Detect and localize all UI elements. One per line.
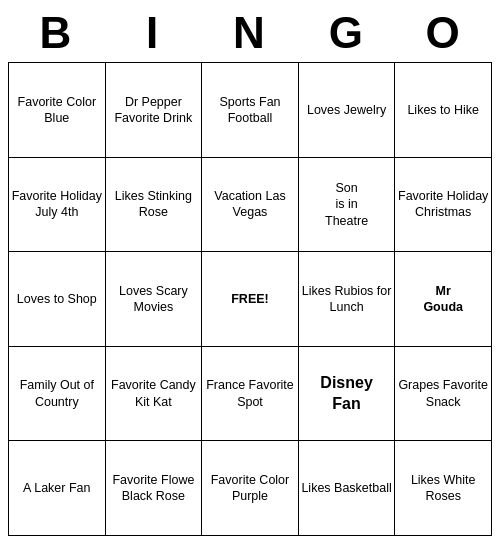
cell-r2-c2: FREE! bbox=[202, 252, 299, 347]
cell-r1-c1: Likes Stinking Rose bbox=[105, 157, 202, 252]
cell-r1-c2: Vacation Las Vegas bbox=[202, 157, 299, 252]
cell-r3-c3: DisneyFan bbox=[298, 346, 395, 441]
cell-r1-c0: Favorite Holiday July 4th bbox=[9, 157, 106, 252]
cell-r2-c1: Loves Scary Movies bbox=[105, 252, 202, 347]
cell-r3-c2: France Favorite Spot bbox=[202, 346, 299, 441]
cell-r0-c2: Sports Fan Football bbox=[202, 63, 299, 158]
cell-r4-c2: Favorite Color Purple bbox=[202, 441, 299, 536]
bingo-grid: Favorite Color BlueDr Pepper Favorite Dr… bbox=[8, 62, 492, 536]
cell-r0-c1: Dr Pepper Favorite Drink bbox=[105, 63, 202, 158]
header-g: G bbox=[302, 8, 392, 58]
cell-r4-c4: Likes White Roses bbox=[395, 441, 492, 536]
header-n: N bbox=[205, 8, 295, 58]
cell-r4-c0: A Laker Fan bbox=[9, 441, 106, 536]
cell-r0-c3: Loves Jewelry bbox=[298, 63, 395, 158]
cell-r2-c0: Loves to Shop bbox=[9, 252, 106, 347]
cell-r2-c3: Likes Rubios for Lunch bbox=[298, 252, 395, 347]
cell-r3-c4: Grapes Favorite Snack bbox=[395, 346, 492, 441]
cell-r4-c3: Likes Basketball bbox=[298, 441, 395, 536]
bingo-header: B I N G O bbox=[8, 8, 492, 58]
header-o: O bbox=[399, 8, 489, 58]
cell-r2-c4: MrGouda bbox=[395, 252, 492, 347]
cell-r1-c3: Sonis inTheatre bbox=[298, 157, 395, 252]
cell-r3-c0: Family Out of Country bbox=[9, 346, 106, 441]
header-b: B bbox=[11, 8, 101, 58]
cell-r3-c1: Favorite Candy Kit Kat bbox=[105, 346, 202, 441]
cell-r1-c4: Favorite Holiday Christmas bbox=[395, 157, 492, 252]
cell-r0-c0: Favorite Color Blue bbox=[9, 63, 106, 158]
cell-r0-c4: Likes to Hike bbox=[395, 63, 492, 158]
cell-r4-c1: Favorite Flowe Black Rose bbox=[105, 441, 202, 536]
header-i: I bbox=[108, 8, 198, 58]
